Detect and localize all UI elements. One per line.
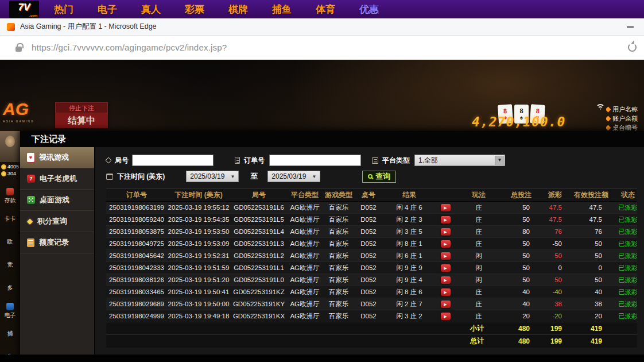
left-menu-item[interactable]: 捕: [0, 322, 20, 345]
window-titlebar: Asia Gaming - 用户配置 1 - Microsoft Edge: [0, 18, 644, 36]
cell-bet-on: 庄: [454, 310, 503, 322]
table-body: 2503191980631992025-03-19 19:55:12GD0522…: [106, 202, 637, 322]
left-menu-item[interactable]: 卡卡: [0, 207, 20, 230]
table-row: 2503191980249992025-03-19 19:49:18GD0522…: [106, 310, 637, 322]
play-button[interactable]: [441, 240, 451, 248]
sidebar-item[interactable]: 额度记录: [20, 232, 94, 253]
cell-status: 已派彩: [611, 286, 637, 298]
card-rank: 8: [503, 107, 507, 114]
column-header: 派彩: [539, 189, 571, 202]
play-button[interactable]: [441, 313, 451, 320]
sidebar-item-label: 桌面游戏: [40, 195, 69, 205]
ag-logo-text: AG: [3, 99, 51, 120]
refresh-icon[interactable]: [628, 43, 637, 52]
cell-play: [437, 274, 454, 286]
ic-red-icon: [6, 188, 14, 195]
left-menu-item[interactable]: 存款: [0, 184, 20, 207]
left-menu-item[interactable]: 多: [0, 276, 20, 299]
play-button[interactable]: [441, 252, 451, 260]
cell-game: 百家乐: [322, 238, 355, 250]
column-header: 有效投注额: [571, 189, 611, 202]
left-menu-label: 捕: [7, 330, 13, 338]
play-button[interactable]: [441, 216, 451, 224]
cell-status: 已派彩: [611, 238, 637, 250]
nav-item[interactable]: 体育: [316, 3, 335, 16]
play-button[interactable]: [441, 301, 451, 308]
nav-item[interactable]: 捕鱼: [272, 3, 292, 16]
search-icon: [368, 174, 373, 179]
date-to-select[interactable]: 2025/03/19: [267, 171, 320, 182]
date-from-select[interactable]: 2025/03/19: [186, 171, 239, 182]
cell-payout: 0: [539, 262, 571, 274]
cell-order: 250319198045642: [106, 250, 167, 262]
cell-round: GD052253191L0: [230, 274, 288, 286]
slot-icon: [27, 175, 35, 183]
play-button[interactable]: [441, 204, 451, 211]
cell-total-bet: 50: [503, 274, 539, 286]
cell-platform: AG欧洲厅: [288, 310, 322, 322]
tag-icon: [105, 157, 111, 163]
nav-item[interactable]: 优惠: [359, 3, 379, 16]
cell-game: 百家乐: [322, 214, 355, 226]
cell-bet-on: 庄: [454, 298, 503, 310]
left-menu-item[interactable]: 竞: [0, 253, 20, 276]
cell-payout: -40: [539, 286, 571, 298]
play-button[interactable]: [441, 276, 451, 284]
column-header: 状态: [611, 189, 637, 202]
cell-platform: AG欧洲厅: [288, 274, 322, 286]
order-input[interactable]: [269, 155, 361, 166]
sidebar-item-label: 电子老虎机: [40, 174, 77, 184]
query-button-label: 查询: [375, 171, 390, 182]
cell-time: 2025-03-19 19:52:31: [167, 250, 230, 262]
query-button[interactable]: 查询: [362, 171, 396, 183]
left-menu-item[interactable]: 欧: [0, 230, 20, 253]
subtotal-label: 小计: [106, 322, 503, 335]
minimize-button[interactable]: [627, 26, 634, 28]
cell-payout: 50: [539, 274, 571, 286]
table-row: 2503191980334652025-03-19 19:50:41GD0522…: [106, 286, 637, 298]
site-logo-text: 7V: [9, 1, 39, 14]
platform-label: 平台类型: [382, 156, 410, 165]
card-rank: 8: [536, 107, 540, 114]
filter-row-2: 下注时间 (美东) 2025/03/19 至 2025/03/19 查询: [106, 170, 396, 183]
nav-item[interactable]: 真人: [141, 3, 161, 16]
subtotal-row: 小计480199419: [106, 322, 637, 335]
address-input[interactable]: https://gci.7vvvvvv.com/agingame/pcv2/in…: [32, 43, 227, 52]
sidebar-item[interactable]: 桌面游戏: [20, 190, 94, 211]
gem-icon: [27, 217, 33, 225]
nav-item[interactable]: 棋牌: [228, 3, 248, 16]
nav-item[interactable]: 彩票: [185, 3, 204, 16]
sidebar-item[interactable]: 视讯游戏: [20, 147, 94, 168]
sidebar-item[interactable]: 电子老虎机: [20, 168, 94, 190]
site-logo[interactable]: 7V .com: [9, 1, 39, 18]
cell-time: 2025-03-19 19:51:20: [167, 274, 230, 286]
table-row: 2503191980538752025-03-19 19:53:50GD0522…: [106, 226, 637, 238]
play-button[interactable]: [441, 228, 451, 236]
cell-payout: 76: [539, 226, 571, 238]
cell-table: D052: [355, 262, 382, 274]
nav-item[interactable]: 电子: [98, 3, 117, 16]
nav-item[interactable]: 热门: [54, 3, 73, 16]
top-nav: 7V .com 热门电子真人彩票棋牌捕鱼体育优惠: [0, 0, 644, 18]
platform-select[interactable]: 1.全部: [414, 155, 505, 166]
play-button[interactable]: [441, 264, 451, 272]
cell-time: 2025-03-19 19:53:09: [167, 238, 230, 250]
cell-round: GD052253191KZ: [230, 286, 288, 298]
sidebar-item[interactable]: 积分查询: [20, 211, 94, 232]
cell-payout: 50: [539, 250, 571, 262]
left-balances: 4005304: [0, 164, 20, 176]
left-strip: 4005304 存款卡卡欧竞多电子捕街: [0, 131, 20, 362]
round-label-group: 局号: [106, 156, 129, 165]
round-input[interactable]: [132, 155, 214, 166]
left-menu-item[interactable]: 电子: [0, 299, 20, 322]
left-menu-label: 多: [7, 284, 13, 292]
column-header: 游戏类型: [322, 189, 355, 202]
cell-table: D052: [355, 286, 382, 298]
cell-table: D052: [355, 214, 382, 226]
cell-play: [437, 286, 454, 298]
user-info-label: 账户余额: [612, 114, 638, 123]
play-button[interactable]: [441, 288, 451, 296]
cell-total-bet: 40: [503, 286, 539, 298]
cell-result: 闲 9 庄 9: [382, 262, 437, 274]
cell-order: 250319198033465: [106, 286, 167, 298]
